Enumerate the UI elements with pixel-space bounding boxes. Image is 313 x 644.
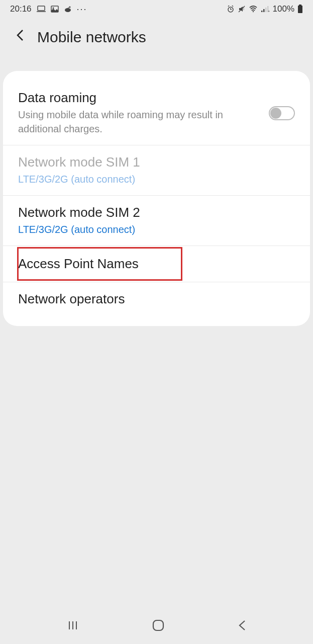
settings-card: Data roaming Using mobile data while roa…: [3, 71, 310, 326]
svg-rect-17: [265, 8, 267, 12]
status-time: 20:16: [10, 4, 32, 14]
setting-apn[interactable]: Access Point Names: [3, 246, 310, 282]
status-bar: 20:16 ··· + 100%: [0, 0, 313, 18]
reddit-icon: [64, 6, 72, 13]
battery-icon: [297, 5, 303, 14]
status-right: + 100%: [227, 4, 303, 14]
data-roaming-subtitle: Using mobile data while roaming may resu…: [18, 108, 269, 136]
sim2-subtitle: LTE/3G/2G (auto connect): [18, 222, 295, 236]
laptop-icon: [37, 6, 46, 13]
header: Mobile networks: [0, 18, 313, 56]
home-icon[interactable]: [152, 619, 165, 634]
battery-percent: 100%: [273, 4, 294, 14]
back-nav-icon[interactable]: [238, 619, 247, 634]
data-roaming-toggle[interactable]: [269, 106, 295, 120]
svg-line-8: [228, 6, 229, 7]
nav-bar: [0, 609, 313, 644]
svg-rect-20: [299, 5, 301, 6]
mute-icon: [238, 5, 246, 13]
sim2-title: Network mode SIM 2: [18, 205, 295, 220]
recents-icon[interactable]: [67, 619, 79, 633]
operators-title: Network operators: [18, 291, 125, 307]
status-left: 20:16 ···: [10, 4, 87, 15]
sim1-subtitle: LTE/3G/2G (auto connect): [18, 172, 295, 186]
svg-point-4: [65, 8, 71, 12]
svg-line-9: [232, 6, 233, 7]
svg-rect-21: [298, 6, 302, 13]
svg-rect-0: [38, 6, 45, 11]
setting-operators[interactable]: Network operators: [3, 282, 310, 316]
svg-point-14: [252, 11, 253, 12]
sim1-title: Network mode SIM 1: [18, 154, 295, 170]
toggle-knob: [270, 108, 281, 119]
apn-title: Access Point Names: [18, 256, 295, 272]
picture-icon: [51, 6, 59, 13]
alarm-icon: [227, 5, 235, 13]
setting-sim2[interactable]: Network mode SIM 2 LTE/3G/2G (auto conne…: [3, 196, 310, 246]
back-icon[interactable]: [15, 28, 25, 46]
setting-sim1[interactable]: Network mode SIM 1 LTE/3G/2G (auto conne…: [3, 145, 310, 196]
svg-line-6: [68, 7, 69, 8]
more-icon: ···: [77, 4, 87, 15]
setting-data-roaming[interactable]: Data roaming Using mobile data while roa…: [3, 81, 310, 145]
svg-rect-15: [261, 11, 263, 12]
svg-rect-16: [263, 9, 265, 12]
page-title: Mobile networks: [37, 29, 146, 46]
wifi-icon: [249, 6, 258, 13]
svg-rect-25: [153, 620, 163, 630]
data-roaming-title: Data roaming: [18, 90, 269, 106]
svg-text:+: +: [268, 10, 270, 13]
signal-icon: +: [261, 6, 270, 13]
